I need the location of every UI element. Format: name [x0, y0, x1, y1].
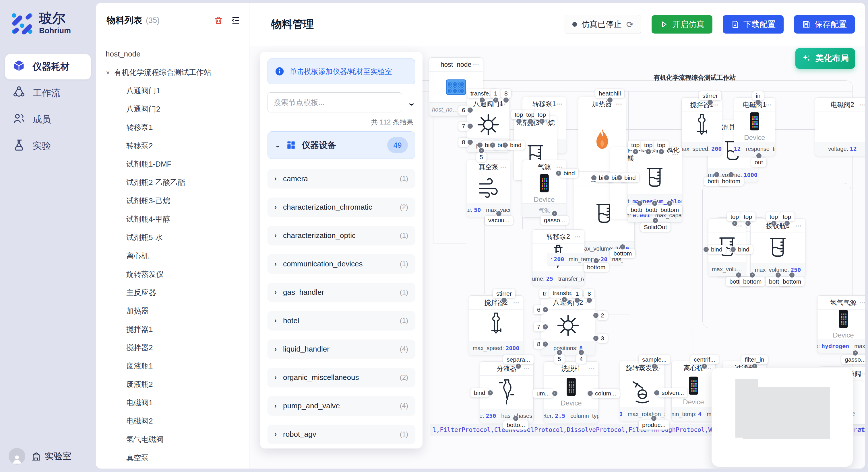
- template-item-liquid_handler[interactable]: › liquid_handler (4): [268, 339, 415, 359]
- port-dot-icon[interactable]: ›: [652, 217, 658, 224]
- tree-item[interactable]: 主反应器: [96, 283, 249, 302]
- search-input[interactable]: [268, 92, 402, 112]
- port-dot-icon[interactable]: ›: [730, 246, 736, 252]
- port-dot-icon[interactable]: ›: [745, 220, 751, 227]
- tree-item[interactable]: 离心机: [96, 247, 249, 265]
- port-chip-centrif[interactable]: centrif...›: [690, 355, 719, 364]
- tree-item[interactable]: 加热器: [96, 302, 249, 320]
- template-item-camera[interactable]: › camera (1): [268, 169, 415, 188]
- tree-item[interactable]: 搅拌器1: [96, 320, 249, 338]
- port-dot-icon[interactable]: ›: [619, 244, 626, 250]
- port-dot-icon[interactable]: ›: [593, 312, 599, 318]
- port-dot-icon[interactable]: ›: [515, 363, 522, 369]
- node-menu-icon[interactable]: •••: [547, 121, 553, 125]
- port-chip-colum[interactable]: colum...›: [592, 389, 620, 398]
- port-chip-bottom[interactable]: bottom›: [610, 249, 635, 258]
- port-chip-solven[interactable]: solven...›: [658, 388, 687, 398]
- canvas-node-八通阀门2[interactable]: 八通阀门2•••positions: 8: [541, 295, 595, 355]
- port-dot-icon[interactable]: ›: [701, 363, 708, 369]
- node-menu-icon[interactable]: •••: [859, 300, 865, 305]
- category-instruments[interactable]: ⌄ 仪器设备 49: [268, 131, 415, 159]
- download-config-button[interactable]: 下载配置: [723, 15, 784, 34]
- port-dot-icon[interactable]: ›: [707, 99, 713, 105]
- port-chip-vacuu[interactable]: vacuu...›: [485, 216, 513, 225]
- canvas-node-接收瓶3[interactable]: 接收瓶3•••max_volume: 250: [750, 218, 805, 277]
- sidebar-item-工作流[interactable]: 工作流: [5, 80, 91, 106]
- canvas-node-真空泵[interactable]: 真空泵•••pump_rate: 50max_vacuum: 0.1: [467, 160, 510, 217]
- port-chip-gasso[interactable]: gasso...›: [841, 355, 865, 364]
- port-chip-top[interactable]: top›: [779, 212, 795, 222]
- port-chip-3[interactable]: 3›: [597, 334, 608, 343]
- port-dot-icon[interactable]: ›: [467, 107, 473, 113]
- port-chip-8[interactable]: 8›: [584, 289, 594, 298]
- node-menu-icon[interactable]: •••: [513, 300, 520, 305]
- port-chip-bottom[interactable]: bottom›: [779, 277, 805, 286]
- port-chip-1[interactable]: 1›: [491, 89, 501, 98]
- node-menu-icon[interactable]: •••: [860, 102, 865, 107]
- port-chip-5[interactable]: 5›: [554, 355, 565, 364]
- port-chip-6[interactable]: 6›: [534, 305, 544, 314]
- port-chip-1[interactable]: 1›: [572, 289, 582, 298]
- port-chip-um[interactable]: um...›: [533, 389, 553, 398]
- port-dot-icon[interactable]: ›: [658, 148, 664, 155]
- beautify-layout-button[interactable]: 美化布局: [795, 48, 855, 69]
- port-dot-icon[interactable]: ›: [651, 415, 657, 422]
- port-chip-7[interactable]: 7›: [458, 122, 469, 131]
- delete-icon[interactable]: [214, 15, 223, 25]
- port-dot-icon[interactable]: ›: [591, 175, 597, 181]
- node-menu-icon[interactable]: •••: [616, 102, 622, 106]
- node-menu-icon[interactable]: •••: [556, 102, 563, 106]
- tree-item[interactable]: 旋转蒸发仪: [96, 265, 249, 283]
- port-chip-stirrer[interactable]: stirrer›: [699, 91, 721, 100]
- port-chip-separa[interactable]: separa...›: [503, 355, 534, 364]
- tree-item[interactable]: 真空泵: [96, 448, 249, 467]
- port-dot-icon[interactable]: ›: [603, 175, 610, 181]
- port-dot-icon[interactable]: ›: [587, 390, 593, 397]
- sidebar-item-仪器耗材[interactable]: 仪器耗材: [5, 54, 91, 79]
- node-menu-icon[interactable]: •••: [765, 102, 772, 107]
- port-dot-icon[interactable]: ›: [467, 123, 473, 129]
- port-dot-icon[interactable]: ›: [516, 118, 522, 125]
- port-dot-icon[interactable]: ›: [771, 220, 777, 227]
- port-chip-produc[interactable]: produc...›: [639, 420, 669, 430]
- port-chip-bottom[interactable]: bottom›: [718, 177, 744, 186]
- simulation-status-pill[interactable]: 仿真已停止 ⟳: [565, 15, 641, 34]
- port-dot-icon[interactable]: ›: [652, 200, 658, 206]
- node-menu-icon[interactable]: •••: [524, 366, 530, 371]
- port-dot-icon[interactable]: ›: [593, 258, 599, 264]
- sidebar-footer[interactable]: 实验室: [9, 448, 71, 465]
- canvas-node-电磁阀2[interactable]: 电磁阀2•••voltage: 12: [815, 98, 865, 156]
- template-item-pump_and_valve[interactable]: › pump_and_valve (4): [268, 396, 415, 415]
- port-dot-icon[interactable]: ›: [616, 175, 623, 181]
- port-dot-icon[interactable]: ›: [714, 171, 720, 178]
- template-item-gas_handler[interactable]: › gas_handler (1): [268, 283, 415, 302]
- port-chip-bind[interactable]: bind›: [560, 169, 578, 178]
- port-dot-icon[interactable]: ›: [728, 171, 734, 178]
- port-chip-top[interactable]: top›: [740, 212, 755, 222]
- port-chip-heatchill[interactable]: heatchill›: [595, 89, 624, 98]
- template-item-hotel[interactable]: › hotel (1): [268, 311, 415, 330]
- port-dot-icon[interactable]: ›: [586, 297, 592, 303]
- node-menu-icon[interactable]: •••: [473, 62, 479, 67]
- port-dot-icon[interactable]: ›: [578, 349, 584, 356]
- port-dot-icon[interactable]: ›: [651, 363, 658, 369]
- port-chip-in[interactable]: in›: [752, 91, 764, 100]
- port-dot-icon[interactable]: ›: [852, 350, 859, 356]
- port-dot-icon[interactable]: ›: [542, 307, 549, 313]
- canvas-node-搅拌器1[interactable]: 搅拌器1•••max_speed: 2000: [681, 98, 722, 156]
- port-chip-out[interactable]: out›: [751, 158, 766, 167]
- tree-item[interactable]: 电磁阀1: [96, 394, 249, 412]
- port-chip-bind[interactable]: bind›: [507, 140, 525, 150]
- tree-item[interactable]: 搅拌器2: [96, 338, 249, 357]
- minimap[interactable]: [712, 368, 853, 467]
- port-dot-icon[interactable]: ›: [489, 142, 496, 148]
- node-menu-icon[interactable]: •••: [575, 234, 581, 239]
- port-chip-SolidOut[interactable]: SolidOut›: [640, 223, 671, 232]
- port-chip-bind[interactable]: bind›: [708, 245, 726, 254]
- port-dot-icon[interactable]: ›: [666, 200, 673, 206]
- port-dot-icon[interactable]: ›: [593, 335, 599, 341]
- tree-item[interactable]: 试剂瓶4-甲醇: [96, 210, 249, 228]
- refresh-icon[interactable]: ⟳: [626, 20, 633, 30]
- port-chip-4[interactable]: 4›: [576, 355, 586, 364]
- node-menu-icon[interactable]: •••: [795, 224, 802, 228]
